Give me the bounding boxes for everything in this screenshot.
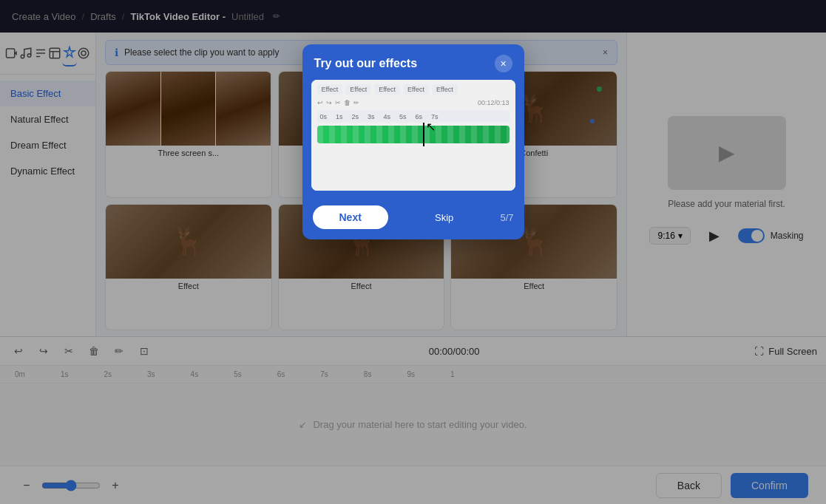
mini-cursor bbox=[423, 123, 424, 146]
mini-effect-chip-5: Effect bbox=[432, 84, 458, 95]
modal-preview: Effect Effect Effect Effect Effect ↩↪✂🗑✏… bbox=[311, 80, 515, 191]
modal-title: Try out our effects bbox=[314, 57, 418, 70]
mini-effect-chip-4: Effect bbox=[403, 84, 429, 95]
mini-effect-row: Effect Effect Effect Effect Effect bbox=[317, 84, 510, 95]
next-button[interactable]: Next bbox=[313, 205, 388, 229]
mini-effect-chip-1: Effect bbox=[317, 84, 343, 95]
skip-button[interactable]: Skip bbox=[435, 212, 453, 223]
modal-close-button[interactable]: × bbox=[495, 55, 512, 72]
mini-effect-chip-3: Effect bbox=[374, 84, 400, 95]
step-indicator: 5/7 bbox=[500, 212, 513, 223]
modal-footer: Next Skip 5/7 bbox=[302, 198, 524, 239]
mini-ruler: 0s1s2s3s4s5s6s7s bbox=[317, 111, 510, 123]
modal-mini-timeline: Effect Effect Effect Effect Effect ↩↪✂🗑✏… bbox=[311, 80, 515, 148]
modal-header: Try out our effects × bbox=[302, 44, 524, 80]
mini-effect-chip-2: Effect bbox=[345, 84, 371, 95]
modal-preview-inner: Effect Effect Effect Effect Effect ↩↪✂🗑✏… bbox=[311, 80, 515, 191]
mini-track-container: ↖ bbox=[317, 126, 510, 143]
tutorial-modal: Try out our effects × Effect Effect Effe… bbox=[302, 44, 524, 239]
mini-track bbox=[317, 126, 510, 143]
modal-overlay: Try out our effects × Effect Effect Effe… bbox=[0, 0, 826, 504]
